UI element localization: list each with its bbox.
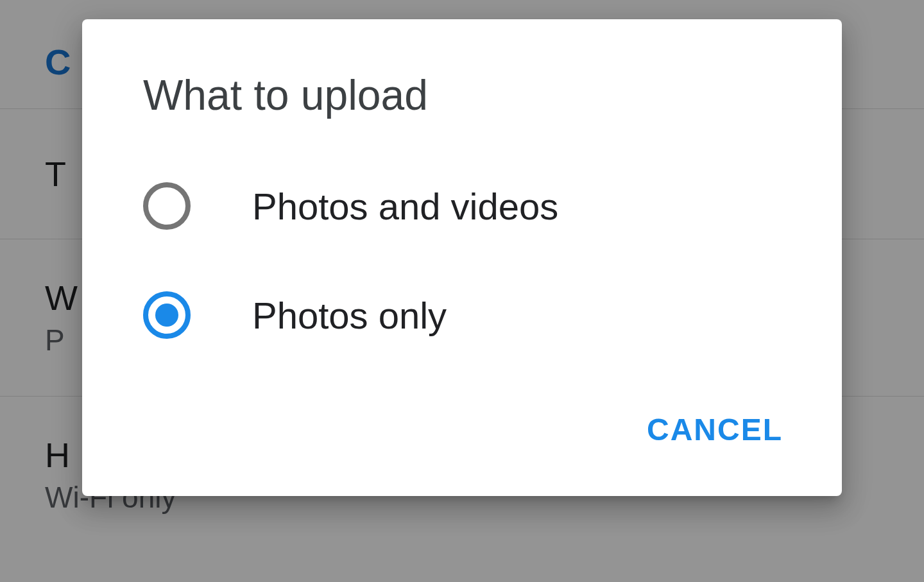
what-to-upload-dialog: What to upload Photos and videos Photos …	[82, 19, 842, 496]
dialog-title: What to upload	[82, 71, 842, 151]
radio-option-photos-only[interactable]: Photos only	[82, 261, 842, 370]
modal-overlay[interactable]: What to upload Photos and videos Photos …	[0, 0, 924, 582]
cancel-button[interactable]: CANCEL	[626, 402, 803, 458]
radio-unchecked-icon	[143, 182, 191, 230]
dialog-actions: CANCEL	[82, 370, 842, 477]
radio-label: Photos and videos	[252, 185, 558, 228]
radio-option-photos-and-videos[interactable]: Photos and videos	[82, 151, 842, 261]
radio-checked-icon	[143, 291, 191, 339]
radio-label: Photos only	[252, 294, 447, 337]
